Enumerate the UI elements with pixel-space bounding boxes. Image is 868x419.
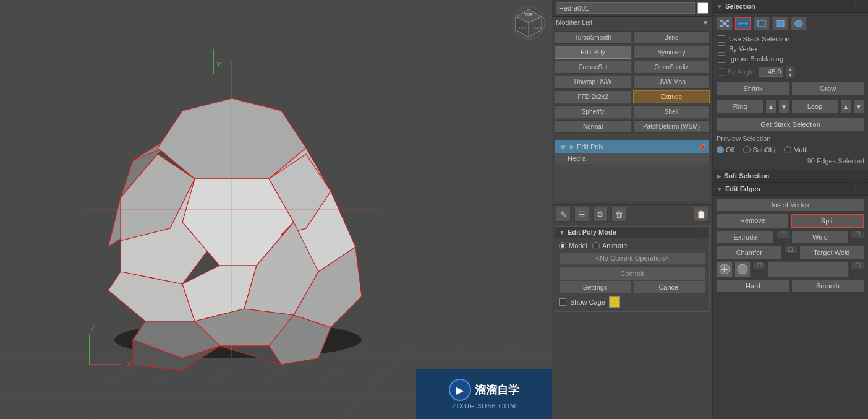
stack-tool-delete[interactable]: 🗑	[611, 207, 626, 222]
mod-btn-patchdeform[interactable]: PatchDeform (WSM)	[633, 120, 710, 133]
mod-btn-turbosmoooth[interactable]: TurboSmooth	[555, 31, 631, 44]
get-stack-selection-button[interactable]: Get Stack Selection	[717, 118, 864, 131]
smooth-button[interactable]: Smooth	[791, 279, 864, 293]
stack-tool-gear[interactable]: ⚙	[593, 207, 608, 222]
mod-btn-creaseset[interactable]: CreaseSet	[555, 61, 631, 74]
mod-btn-spherify[interactable]: Spherify	[555, 105, 631, 118]
stack-item-pin-icon[interactable]: 📌	[698, 144, 705, 150]
by-angle-spinner[interactable]: ▲ ▼	[786, 65, 794, 79]
mod-row-5: FFD 2x2x2 Extrude	[555, 90, 710, 103]
section-toggle-icon[interactable]: ▼	[559, 229, 565, 236]
mod-row-4: Unwrap UVW UVW Map	[555, 76, 710, 89]
connect-circle-icon[interactable]	[717, 261, 733, 277]
loop-arrow-up[interactable]: ▲	[840, 99, 851, 114]
connect-icon-2[interactable]	[734, 261, 751, 277]
sel-icon-vertex[interactable]	[717, 17, 733, 30]
sel-icon-edge[interactable]	[735, 17, 751, 30]
viewport[interactable]: Y X Z TOP RIGHT FRONT ▶ 溜溜自学 ZIXU	[0, 0, 552, 419]
remove-button[interactable]: Remove	[717, 214, 789, 228]
ring-arrow-up[interactable]: ▲	[765, 99, 777, 114]
ignore-backfacing-checkbox[interactable]	[718, 55, 725, 63]
extrude-settings-icon[interactable]: ☐	[776, 230, 789, 238]
stack-tool-list[interactable]: ☰	[574, 207, 589, 222]
connect-settings-icon[interactable]: ☐	[752, 261, 766, 269]
mod-btn-extrude[interactable]: Extrude	[633, 90, 710, 103]
target-weld-button[interactable]: Target Weld	[799, 246, 865, 259]
selection-section-header[interactable]: ▼ Selection ⋮⋮	[713, 0, 868, 13]
viewport-cube[interactable]: TOP RIGHT FRONT	[512, 6, 546, 40]
weld-settings-icon[interactable]: ☐	[851, 230, 864, 238]
cage-color-swatch[interactable]	[609, 296, 620, 308]
edit-edges-grip: ⋮⋮	[852, 186, 864, 192]
selection-grip-icon: ⋮⋮	[852, 3, 864, 10]
by-angle-input[interactable]	[759, 67, 783, 77]
stack-sub-item-hedra[interactable]: Hedra	[555, 153, 709, 164]
mod-btn-editpoly[interactable]: Edit Poly	[555, 46, 631, 59]
split-button[interactable]: Split	[791, 214, 864, 228]
modifier-list-dropdown-arrow[interactable]: ▼	[702, 19, 708, 26]
mod-btn-normal[interactable]: Normal	[555, 120, 631, 133]
hard-button[interactable]: Hard	[717, 279, 789, 293]
mod-btn-ffd2x2x2[interactable]: FFD 2x2x2	[555, 90, 631, 103]
animate-radio[interactable]	[592, 242, 600, 249]
mod-row-6: Spherify Shell	[555, 105, 710, 118]
loop-button[interactable]: Loop	[791, 100, 838, 113]
stack-item-editpoly[interactable]: 👁 ▶ Edit Poly 📌	[555, 140, 709, 153]
by-vertex-row: By Vertex	[713, 44, 868, 54]
mod-btn-symmetry[interactable]: Symmetry	[633, 46, 710, 59]
settings-button[interactable]: Settings	[559, 280, 631, 294]
edit-edges-header[interactable]: ▼ Edit Edges ⋮⋮	[713, 183, 868, 196]
mod-btn-uvwmap[interactable]: UVW Map	[633, 76, 710, 89]
svg-point-58	[720, 25, 723, 27]
object-name-input[interactable]	[556, 2, 695, 14]
show-cage-checkbox[interactable]	[559, 298, 566, 306]
spin-down-icon[interactable]: ▼	[786, 72, 794, 78]
commit-button[interactable]: Commit	[559, 267, 705, 280]
cancel-button[interactable]: Cancel	[633, 280, 705, 294]
sel-icon-element[interactable]	[791, 17, 807, 30]
ring-button[interactable]: Ring	[717, 100, 764, 113]
model-radio[interactable]	[559, 242, 566, 249]
modifier-list-bar[interactable]: Modifier List ▼	[552, 17, 712, 28]
stack-item-arrow[interactable]: ▶	[570, 144, 574, 150]
insert-vertex-button[interactable]: Insert Vertex	[717, 198, 864, 212]
sel-icon-border[interactable]	[754, 17, 770, 30]
stack-tool-pin[interactable]: ✎	[556, 207, 571, 222]
chamfer-button[interactable]: Chamfer	[717, 246, 782, 259]
preview-multi-option[interactable]: Multi	[784, 146, 807, 153]
shrink-button[interactable]: Shrink	[717, 82, 789, 95]
object-color-swatch[interactable]	[697, 2, 708, 14]
preview-subobj-radio[interactable]	[743, 146, 751, 153]
use-stack-selection-checkbox[interactable]	[718, 35, 725, 43]
grow-button[interactable]: Grow	[791, 82, 864, 95]
animate-radio-group[interactable]: Animate	[592, 242, 627, 249]
mod-btn-opensubdiv[interactable]: OpenSubdiv	[633, 61, 710, 74]
stack-toolbar: ✎ ☰ ⚙ 🗑 📋	[552, 204, 712, 223]
extrude-button[interactable]: Extrude	[717, 230, 774, 244]
by-vertex-checkbox[interactable]	[718, 45, 725, 53]
stack-eye-icon[interactable]: 👁	[559, 142, 568, 151]
preview-multi-radio[interactable]	[784, 146, 791, 153]
sel-icon-poly[interactable]	[772, 17, 788, 30]
spin-up-icon[interactable]: ▲	[786, 66, 794, 72]
preview-off-radio[interactable]	[717, 146, 724, 153]
loop-arrow-down[interactable]: ▼	[853, 99, 864, 114]
use-stack-selection-row: Use Stack Selection	[713, 34, 868, 44]
weld-button[interactable]: Weld	[791, 230, 849, 244]
by-angle-checkbox[interactable]	[718, 68, 725, 76]
mod-btn-shell[interactable]: Shell	[633, 105, 710, 118]
preview-off-option[interactable]: Off	[717, 146, 734, 153]
connect-settings-icon2[interactable]: ☐	[851, 261, 864, 269]
mod-btn-bend[interactable]: Bend	[633, 31, 710, 44]
preview-subobj-option[interactable]: SubObj	[743, 146, 775, 153]
chamfer-settings-icon[interactable]: ☐	[784, 246, 798, 254]
connect-label[interactable]	[768, 261, 849, 277]
mod-btn-unwrapuvw[interactable]: Unwrap UVW	[555, 76, 631, 89]
insert-vertex-row: Insert Vertex	[717, 198, 864, 212]
edit-poly-mode-header[interactable]: ▼ Edit Poly Mode ⋮⋮	[555, 227, 709, 238]
model-radio-group[interactable]: Model	[559, 242, 587, 249]
stack-tool-copy[interactable]: 📋	[694, 207, 708, 222]
modifier-panel: Modifier List ▼ TurboSmooth Bend Edit Po…	[552, 0, 713, 419]
soft-selection-header[interactable]: ▶ Soft Selection ⋮⋮	[713, 170, 868, 183]
ring-arrow-down[interactable]: ▼	[778, 99, 789, 114]
